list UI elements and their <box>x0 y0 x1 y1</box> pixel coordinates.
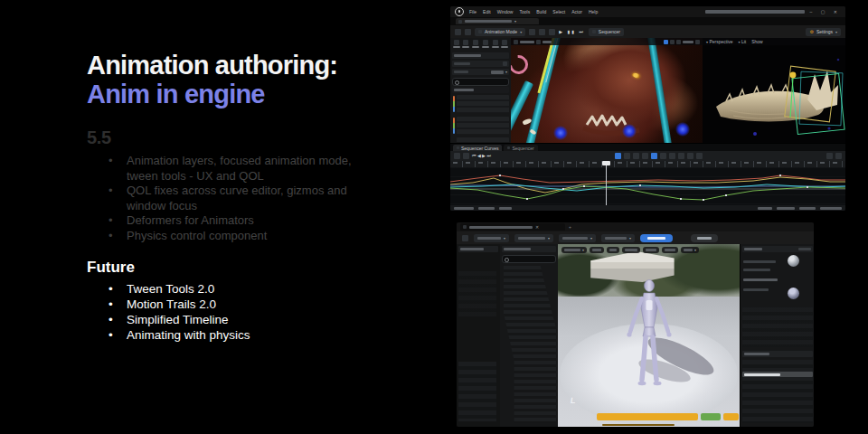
options-icon[interactable] <box>826 153 833 159</box>
section-header-selection[interactable] <box>452 87 509 93</box>
asset-tab[interactable]: ✕ <box>460 223 565 231</box>
retarget-dropdown[interactable]: ▾ <box>559 234 596 242</box>
tree-search-input[interactable] <box>502 255 556 263</box>
viewport-toolbar[interactable]: ▾ Perspective ▾ Lit Show <box>703 38 845 45</box>
preview-animation-dropdown[interactable]: ▾ <box>514 234 553 242</box>
viewport-menu-pill[interactable]: ▾ <box>561 247 587 253</box>
curve-view-icon[interactable] <box>633 153 639 159</box>
asset-list-selected-row[interactable] <box>742 372 813 377</box>
filter-icon[interactable] <box>624 153 630 159</box>
secondary-action-button[interactable] <box>691 234 718 242</box>
preview-mesh-thumbnail[interactable] <box>788 255 799 267</box>
autokey-label-placeholder[interactable] <box>799 207 816 210</box>
tangent-auto-icon[interactable] <box>660 153 666 159</box>
key-all-icon[interactable] <box>615 153 621 159</box>
main-viewport[interactable] <box>511 38 703 143</box>
tween-tool[interactable] <box>472 40 480 51</box>
close-icon[interactable]: ✕ <box>535 224 539 230</box>
tangent-flatten-icon[interactable] <box>696 153 703 159</box>
undo-icon[interactable] <box>463 153 469 159</box>
timeline-scrubber-green-segment[interactable] <box>701 413 721 420</box>
viewport-toolbar[interactable] <box>511 38 703 45</box>
transform-rotation-rows[interactable] <box>457 117 509 135</box>
panel-header[interactable] <box>458 246 498 252</box>
add-tab-icon[interactable]: + <box>569 224 571 230</box>
outliner-rows[interactable] <box>458 271 496 316</box>
select-tool[interactable] <box>452 40 460 51</box>
panel-row[interactable] <box>452 61 509 67</box>
menu-edit[interactable]: Edit <box>483 9 491 14</box>
more-icon[interactable] <box>835 153 842 159</box>
tangent-break-icon[interactable] <box>669 153 675 159</box>
preview-viewport[interactable]: ▾ ▾ L <box>558 244 740 427</box>
save-icon[interactable] <box>455 29 461 35</box>
animation-thumbnail[interactable] <box>788 288 799 299</box>
maximize-icon[interactable] <box>695 40 700 44</box>
remote-control-label-placeholder[interactable] <box>820 207 842 210</box>
lit-dropdown[interactable]: ▾ Lit <box>739 39 747 44</box>
transform-tool-icon[interactable] <box>539 29 545 35</box>
poses-tool[interactable] <box>462 40 470 51</box>
view-mode-icon[interactable] <box>536 40 541 44</box>
save-icon[interactable] <box>454 153 460 159</box>
menu-file[interactable]: File <box>469 9 476 14</box>
menu-window[interactable]: Window <box>497 9 514 14</box>
selection-tool-icon[interactable] <box>529 29 535 35</box>
save-icon[interactable] <box>462 235 468 241</box>
secondary-viewport[interactable]: ▾ Perspective ▾ Lit Show <box>703 38 845 143</box>
viewport-menu-icon[interactable] <box>514 40 518 44</box>
menu-build[interactable]: Build <box>536 9 546 14</box>
editor-mode-dropdown[interactable]: Animation Mode ▾ <box>475 28 525 36</box>
asset-list-rows[interactable] <box>742 360 813 423</box>
transform-location-rows[interactable] <box>457 95 509 113</box>
view-mode-label-placeholder[interactable] <box>777 207 795 210</box>
camera-icon[interactable] <box>670 40 675 44</box>
selected-tangent-icon[interactable] <box>651 153 657 159</box>
playhead[interactable] <box>606 161 607 205</box>
lit-pill[interactable] <box>607 247 619 253</box>
browse-icon[interactable] <box>465 29 471 35</box>
show-dropdown[interactable]: Show <box>751 39 763 44</box>
selected-viewport-option-icon[interactable] <box>664 40 668 44</box>
tangent-linear-icon[interactable] <box>678 153 684 159</box>
asset-tab[interactable]: ▾ <box>456 18 539 24</box>
playback-controls[interactable]: ▶ ▮▮ ⏭ <box>559 29 585 35</box>
curve-graph-area[interactable] <box>450 167 845 205</box>
snap-label-placeholder[interactable] <box>478 207 495 210</box>
transport-controls[interactable]: ⏮ ◀ ▶ ⏭ <box>472 153 491 159</box>
snapper-tool[interactable] <box>481 40 489 51</box>
filter-label-placeholder[interactable] <box>758 207 772 210</box>
option-list-rows[interactable] <box>458 362 496 421</box>
anim-tools-row[interactable] <box>452 40 509 51</box>
perspective-pill[interactable] <box>590 247 604 253</box>
curve-channel-label-placeholder[interactable] <box>454 207 474 210</box>
window-controls[interactable]: – ▢ ✕ <box>810 9 841 14</box>
timeline-scrubber-end[interactable] <box>723 413 739 420</box>
menu-help[interactable]: Help <box>589 9 598 14</box>
menu-actor[interactable]: Actor <box>571 9 582 14</box>
character-pill[interactable] <box>643 247 659 253</box>
settings-button[interactable]: ⚙ Settings ▾ <box>806 28 841 36</box>
search-input[interactable] <box>452 78 509 86</box>
playback-pill[interactable]: ▾ <box>681 247 699 253</box>
viewport-toolbar[interactable]: ▾ ▾ <box>558 246 740 254</box>
lod-pill[interactable] <box>662 247 678 253</box>
primary-action-button[interactable] <box>640 234 673 242</box>
snap-icon[interactable] <box>642 153 648 159</box>
tab-sequencer-curves[interactable]: Sequencer Curves <box>453 145 502 151</box>
details-tab-bar[interactable] <box>742 246 813 252</box>
asset-browser-header[interactable] <box>742 351 813 357</box>
sequencer-button[interactable]: Sequencer <box>589 28 624 36</box>
tangent-constant-icon[interactable] <box>687 153 693 159</box>
tab-sequencer[interactable]: Sequencer <box>504 145 537 151</box>
perspective-dropdown[interactable]: ▾ Perspective <box>706 39 733 44</box>
grid-dropdown-placeholder[interactable] <box>499 207 512 210</box>
bone-hierarchy-rows[interactable] <box>504 266 556 423</box>
grid-icon[interactable] <box>676 40 681 44</box>
motion-trail-tool[interactable] <box>491 40 499 51</box>
menu-select[interactable]: Select <box>552 9 565 14</box>
snap-tool-icon[interactable] <box>549 29 555 35</box>
create-asset-dropdown[interactable]: ▾ <box>601 234 635 242</box>
panel-row-sequence[interactable]: ▾ <box>452 69 509 75</box>
menu-tools[interactable]: Tools <box>519 9 530 14</box>
